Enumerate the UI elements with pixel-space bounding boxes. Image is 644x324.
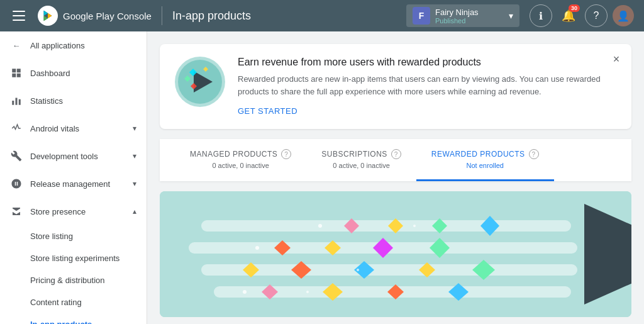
- chevron-right-icon: ▾: [133, 179, 136, 188]
- info-button[interactable]: ℹ: [530, 4, 552, 27]
- svg-point-42: [255, 246, 259, 250]
- hero-area: [160, 191, 631, 317]
- logo-icon: [38, 6, 58, 26]
- sidebar-sub-item-store-listing-experiments[interactable]: Store listing experiments: [0, 247, 147, 269]
- notification-button[interactable]: 🔔: [557, 4, 580, 27]
- sidebar-sub-item-pricing-distribution[interactable]: Pricing & distribution: [0, 269, 147, 291]
- sidebar-item-store-presence[interactable]: Store presence ▴: [0, 198, 147, 225]
- help-button[interactable]: ?: [585, 4, 608, 27]
- dashboard-icon: [10, 67, 23, 79]
- store-icon: [10, 205, 23, 218]
- banner-title: Earn revenue from more users with reward…: [238, 57, 616, 68]
- banner-description: Rewarded products are new in-app items t…: [238, 73, 616, 98]
- rewarded-products-help-icon[interactable]: ?: [529, 149, 539, 159]
- sidebar-sub-item-in-app-products[interactable]: In-app products: [0, 313, 147, 324]
- svg-point-40: [318, 224, 322, 228]
- tab-rewarded-products-title-row: REWARDED PRODUCTS ?: [431, 149, 539, 159]
- app-logo: Google Play Console: [38, 6, 152, 26]
- sidebar-item-android-vitals[interactable]: Android vitals ▾: [0, 115, 147, 142]
- logo-text: Google Play Console: [63, 11, 152, 21]
- svg-marker-3: [48, 13, 52, 18]
- banner-text: Earn revenue from more users with reward…: [238, 57, 616, 116]
- tools-icon: [10, 150, 23, 162]
- svg-rect-6: [12, 74, 16, 77]
- chevron-right-icon: ▾: [133, 152, 136, 160]
- chevron-right-icon: ▾: [133, 124, 136, 133]
- managed-products-subtitle: 0 active, 0 inactive: [212, 162, 269, 169]
- rewarded-products-subtitle: Not enrolled: [467, 162, 504, 169]
- header-divider: [162, 6, 162, 25]
- svg-point-44: [243, 290, 247, 294]
- banner-illustration: [175, 57, 225, 107]
- tab-rewarded-products[interactable]: REWARDED PRODUCTS ? Not enrolled: [416, 139, 554, 181]
- hamburger-menu[interactable]: [10, 8, 28, 23]
- tab-subscriptions[interactable]: SUBSCRIPTIONS ? 0 active, 0 inactive: [306, 139, 416, 181]
- arrow-left-icon: ←: [10, 39, 23, 52]
- svg-rect-7: [17, 74, 21, 77]
- page-title: In-app products: [172, 9, 396, 23]
- sidebar-sub-item-content-rating[interactable]: Content rating: [0, 291, 147, 313]
- main-layout: ← All applications Dashboard Statistics …: [0, 31, 644, 324]
- vitals-icon: [10, 122, 23, 135]
- release-icon: [10, 177, 23, 190]
- tab-subscriptions-title-row: SUBSCRIPTIONS ?: [321, 149, 401, 159]
- app-name: Fairy Ninjas: [435, 8, 504, 17]
- chevron-down-icon: ▾: [509, 11, 513, 21]
- svg-point-43: [357, 269, 359, 271]
- header-icons: ℹ 🔔 ? 👤: [530, 4, 634, 27]
- bar-chart-icon: [10, 94, 23, 107]
- content-area: Earn revenue from more users with reward…: [147, 31, 644, 324]
- sidebar: ← All applications Dashboard Statistics …: [0, 31, 147, 324]
- svg-rect-4: [12, 69, 16, 72]
- app-info: Fairy Ninjas Published: [435, 8, 504, 25]
- get-started-button[interactable]: GET STARTED: [238, 106, 297, 116]
- sidebar-item-statistics[interactable]: Statistics: [0, 87, 147, 115]
- app-header: Google Play Console In-app products F Fa…: [0, 0, 644, 31]
- hero-illustration: [160, 191, 631, 317]
- close-button[interactable]: ×: [609, 52, 624, 67]
- tabs-bar: MANAGED PRODUCTS ? 0 active, 0 inactive …: [160, 139, 631, 181]
- rewarded-products-banner: Earn revenue from more users with reward…: [160, 44, 631, 129]
- sidebar-item-dashboard[interactable]: Dashboard: [0, 59, 147, 87]
- sidebar-item-development-tools[interactable]: Development tools ▾: [0, 142, 147, 170]
- svg-point-41: [413, 225, 416, 227]
- svg-point-45: [306, 291, 309, 293]
- svg-rect-8: [12, 101, 14, 105]
- sidebar-item-release-management[interactable]: Release management ▾: [0, 170, 147, 198]
- chevron-up-icon: ▴: [133, 207, 136, 216]
- app-selector[interactable]: F Fairy Ninjas Published ▾: [406, 4, 519, 27]
- tab-managed-products[interactable]: MANAGED PRODUCTS ? 0 active, 0 inactive: [175, 139, 306, 181]
- app-icon: F: [413, 7, 430, 25]
- app-status: Published: [435, 17, 504, 25]
- svg-rect-9: [16, 98, 18, 105]
- subscriptions-subtitle: 0 active, 0 inactive: [333, 162, 390, 169]
- svg-rect-10: [19, 99, 21, 105]
- subscriptions-help-icon[interactable]: ?: [391, 149, 401, 159]
- svg-rect-5: [17, 69, 21, 72]
- sidebar-sub-item-store-listing[interactable]: Store listing: [0, 225, 147, 247]
- avatar[interactable]: 👤: [613, 5, 634, 26]
- tab-managed-products-title-row: MANAGED PRODUCTS ?: [190, 149, 291, 159]
- sidebar-item-all-applications[interactable]: ← All applications: [0, 31, 147, 59]
- managed-products-help-icon[interactable]: ?: [281, 149, 291, 159]
